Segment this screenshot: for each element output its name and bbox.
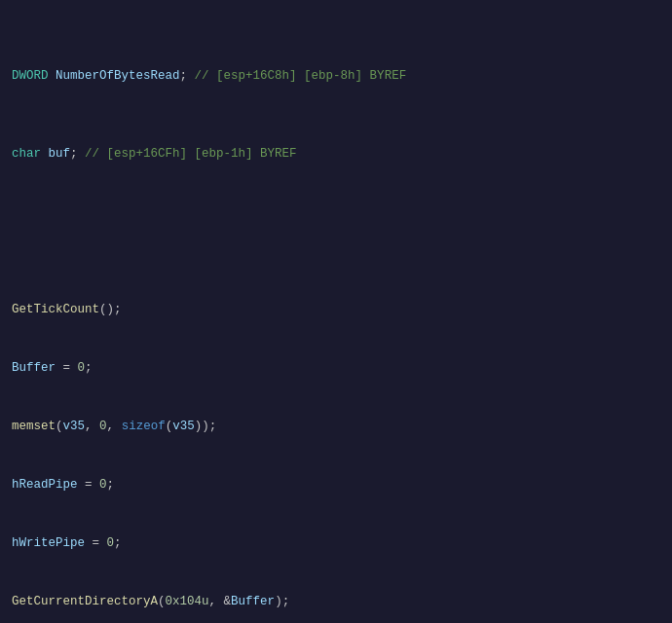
code-line: hWritePipe = 0;: [12, 533, 660, 553]
code-line: Buffer = 0;: [12, 358, 660, 378]
code-line: GetTickCount();: [12, 300, 660, 319]
code-line: DWORD NumberOfBytesRead; // [esp+16C8h] …: [12, 66, 660, 86]
code-line: GetCurrentDirectoryA(0x104u, &Buffer);: [12, 592, 660, 611]
code-line: char buf; // [esp+16CFh] [ebp-1h] BYREF: [12, 144, 660, 164]
code-view: DWORD NumberOfBytesRead; // [esp+16C8h] …: [0, 0, 672, 623]
code-line: hReadPipe = 0;: [12, 475, 660, 495]
code-line: memset(v35, 0, sizeof(v35));: [12, 417, 660, 436]
code-line: [12, 222, 660, 241]
